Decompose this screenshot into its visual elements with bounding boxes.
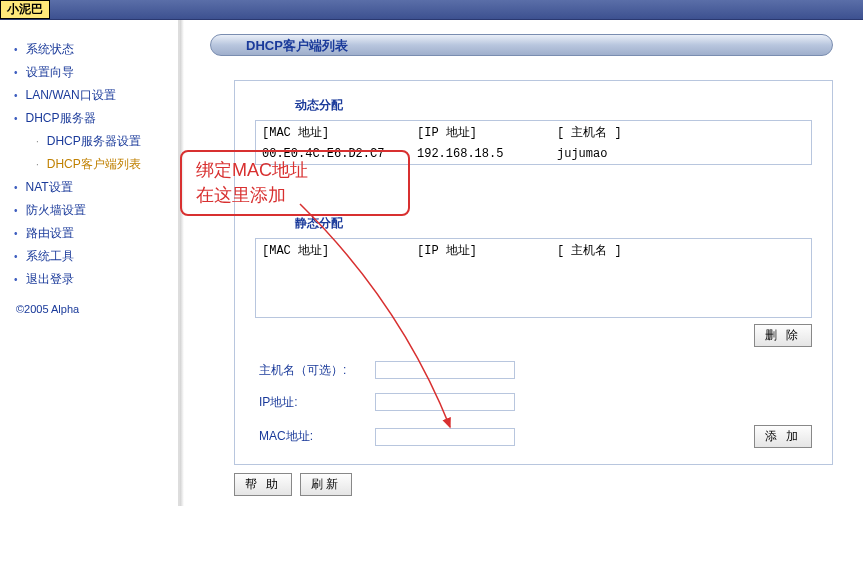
annotation-line2: 在这里添加 [196, 183, 394, 208]
static-table: [MAC 地址] [IP 地址] [ 主机名 ] [255, 238, 812, 318]
hostname-label: 主机名（可选）: [255, 362, 375, 379]
sidebar-item-route[interactable]: 路由设置 [8, 222, 170, 245]
annotation-box: 绑定MAC地址 在这里添加 [180, 150, 410, 216]
sidebar-item-status[interactable]: 系统状态 [8, 38, 170, 61]
ip-input[interactable] [375, 393, 515, 411]
form-row-hostname: 主机名（可选）: [255, 361, 812, 379]
copyright: ©2005 Alpha [8, 303, 170, 315]
col-header-host: [ 主机名 ] [557, 124, 805, 141]
col-header-ip: [IP 地址] [417, 242, 557, 259]
col-header-mac: [MAC 地址] [262, 242, 417, 259]
help-button[interactable]: 帮 助 [234, 473, 292, 496]
titlebar: 小泥巴 [0, 0, 863, 20]
dynamic-title: 动态分配 [255, 97, 812, 114]
mac-input[interactable] [375, 428, 515, 446]
sidebar-label: 路由设置 [26, 225, 74, 242]
form-row-mac: MAC地址: 添 加 [255, 425, 812, 448]
sidebar-label: 系统状态 [26, 41, 74, 58]
col-header-ip: [IP 地址] [417, 124, 557, 141]
title-badge: 小泥巴 [0, 0, 50, 19]
sidebar: 系统状态 设置向导 LAN/WAN口设置 DHCP服务器 DHCP服务器设置 D… [0, 20, 180, 506]
sidebar-item-wizard[interactable]: 设置向导 [8, 61, 170, 84]
sidebar-label: 设置向导 [26, 64, 74, 81]
delete-button[interactable]: 删 除 [754, 324, 812, 347]
sidebar-sub-dhcp-clients[interactable]: DHCP客户端列表 [8, 153, 170, 176]
page-header: DHCP客户端列表 [210, 34, 833, 56]
main-content: DHCP客户端列表 动态分配 [MAC 地址] [IP 地址] [ 主机名 ] … [180, 20, 863, 506]
sidebar-item-firewall[interactable]: 防火墙设置 [8, 199, 170, 222]
cell-ip: 192.168.18.5 [417, 147, 557, 161]
form-row-ip: IP地址: [255, 393, 812, 411]
table-head: [MAC 地址] [IP 地址] [ 主机名 ] [256, 121, 811, 144]
sidebar-label: DHCP服务器设置 [47, 133, 141, 150]
sidebar-item-lanwan[interactable]: LAN/WAN口设置 [8, 84, 170, 107]
sidebar-item-nat[interactable]: NAT设置 [8, 176, 170, 199]
col-header-mac: [MAC 地址] [262, 124, 417, 141]
sidebar-item-logout[interactable]: 退出登录 [8, 268, 170, 291]
sidebar-label: DHCP客户端列表 [47, 156, 141, 173]
sidebar-label: 系统工具 [26, 248, 74, 265]
sidebar-label: 退出登录 [26, 271, 74, 288]
mac-label: MAC地址: [255, 428, 375, 445]
static-title: 静态分配 [255, 215, 812, 232]
refresh-button[interactable]: 刷新 [300, 473, 352, 496]
content-box: 动态分配 [MAC 地址] [IP 地址] [ 主机名 ] 00:E0:4C:E… [234, 80, 833, 465]
sidebar-label: LAN/WAN口设置 [26, 87, 116, 104]
cell-host: jujumao [557, 147, 805, 161]
delete-row: 删 除 [255, 324, 812, 347]
sidebar-item-tools[interactable]: 系统工具 [8, 245, 170, 268]
sidebar-label: DHCP服务器 [26, 110, 96, 127]
hostname-input[interactable] [375, 361, 515, 379]
sidebar-label: 防火墙设置 [26, 202, 86, 219]
add-button[interactable]: 添 加 [754, 425, 812, 448]
bottom-buttons: 帮 助 刷新 [234, 473, 833, 496]
ip-label: IP地址: [255, 394, 375, 411]
table-head: [MAC 地址] [IP 地址] [ 主机名 ] [262, 242, 805, 259]
sidebar-sub-dhcp-server[interactable]: DHCP服务器设置 [8, 130, 170, 153]
sidebar-label: NAT设置 [26, 179, 73, 196]
page-title: DHCP客户端列表 [246, 37, 348, 55]
sidebar-item-dhcp[interactable]: DHCP服务器 [8, 107, 170, 130]
annotation-line1: 绑定MAC地址 [196, 158, 394, 183]
col-header-host: [ 主机名 ] [557, 242, 805, 259]
